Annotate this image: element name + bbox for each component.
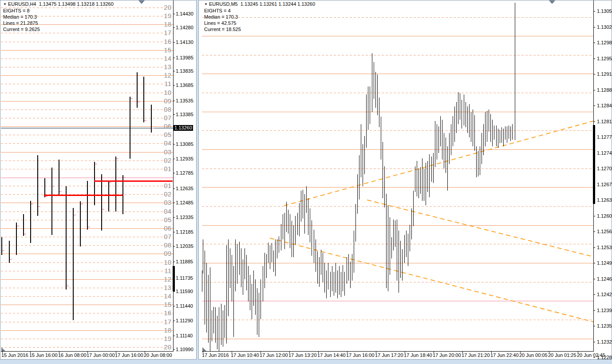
indicator-line-eights: EIGHTS = 8: [3, 8, 114, 14]
price-bar: [410, 225, 410, 251]
price-bar: [205, 250, 205, 325]
price-bar: [243, 259, 243, 295]
time-axis-tick: [2, 352, 3, 353]
chart-header-h4: ▼EURUSD,H4 1.13475 1.13498 1.13218 1.132…: [3, 1, 114, 32]
price-bar: [458, 92, 458, 124]
chart-shift-marker-icon[interactable]: [138, 0, 145, 4]
price-bar: [326, 270, 327, 298]
chart-header-m5: ▼EURUSD,M5 1.13245 1.13261 1.13244 1.132…: [204, 1, 315, 32]
price-axis-label: 1.12638: [597, 197, 612, 203]
price-bar: [344, 272, 345, 296]
price-bar: [230, 248, 230, 288]
price-bar: [246, 255, 247, 290]
price-bar: [226, 245, 227, 344]
price-axis-label: 1.12358: [597, 323, 612, 329]
price-bar: [257, 288, 257, 335]
price-bar: [480, 146, 480, 175]
price-axis-label: 1.12848: [597, 103, 612, 108]
price-axis-tick: [173, 217, 175, 218]
price-bar: [492, 120, 493, 146]
eighths-gridline: [1, 50, 173, 51]
price-bar: [255, 279, 256, 315]
price-bar: [336, 263, 336, 293]
close-tick: [31, 204, 33, 204]
price-bar: [323, 253, 323, 282]
close-tick: [144, 120, 146, 121]
close-tick: [95, 164, 97, 164]
price-bar: [279, 236, 279, 253]
eighths-gridline: [1, 245, 173, 246]
chart-shift-marker-icon[interactable]: [549, 0, 555, 4]
price-bar: [355, 204, 356, 242]
eighths-gridline: [1, 339, 173, 339]
price-bar: [263, 266, 263, 301]
price-bar: [301, 191, 301, 222]
price-bar: [420, 167, 421, 194]
time-axis-label: 17 Jun 21:20: [462, 352, 490, 358]
price-axis-label: 1.13058: [597, 8, 612, 14]
price-axis-label: 1.12813: [597, 119, 612, 124]
price-bar: [210, 267, 210, 351]
close-tick: [152, 128, 154, 129]
indicator-line-median: Median = 170.3: [3, 14, 114, 20]
close-tick: [123, 177, 126, 178]
price-bar: [312, 220, 312, 256]
price-bar: [386, 194, 387, 288]
price-axis-label: 1.13023: [597, 24, 612, 30]
price-bar: [286, 202, 287, 232]
price-bar: [215, 307, 216, 343]
price-bar: [352, 254, 352, 281]
eighths-gridline: [1, 271, 173, 271]
price-bar: [399, 231, 399, 293]
price-axis-label: 1.14280: [176, 25, 193, 30]
price-bar: [248, 266, 249, 301]
price-bar: [372, 53, 372, 112]
price-bar: [438, 126, 439, 153]
price-axis-tick: [173, 246, 175, 247]
time-axis-tick: [434, 352, 434, 353]
price-axis-tick: [593, 27, 595, 27]
price-bar: [283, 214, 283, 239]
eighths-gridline: [1, 75, 173, 76]
price-bar: [415, 166, 415, 192]
red-level-line[interactable]: [94, 180, 173, 182]
price-bar: [419, 168, 419, 198]
time-axis-label: 20 Jun 02:45: [577, 352, 605, 358]
ohlc-values: 1.13245 1.13261 1.13244 1.13260: [241, 1, 315, 7]
vertical-line-object[interactable]: [515, 3, 515, 140]
eighths-gridline: [1, 93, 173, 93]
eighths-gridline: [1, 254, 173, 254]
eighths-gridline: [1, 313, 173, 313]
red-level-line[interactable]: [44, 195, 123, 196]
price-bar: [431, 157, 432, 182]
eighths-gridline: [1, 152, 173, 153]
price-bar: [460, 93, 460, 120]
close-tick: [10, 259, 12, 260]
price-bar: [343, 265, 343, 291]
price-bar: [444, 133, 444, 168]
price-bar: [507, 126, 507, 143]
price-axis-tick: [173, 336, 175, 336]
price-bar: [505, 126, 505, 140]
price-bar: [235, 239, 236, 291]
eighths-gridline: [1, 84, 173, 84]
eighths-gridline: [1, 305, 173, 305]
price-bar: [442, 120, 442, 160]
price-axis-label: 1.12883: [597, 87, 612, 93]
symbol-marker-icon: ▼: [204, 2, 208, 6]
price-bar: [447, 146, 448, 191]
price-bar: [408, 234, 408, 266]
close-tick: [138, 102, 140, 102]
price-bar: [379, 98, 379, 127]
price-axis-tick: [173, 203, 175, 203]
price-axis-label: 1.12035: [176, 243, 193, 249]
price-axis-tick: [593, 231, 595, 232]
price-bar: [268, 243, 268, 263]
median-gridline: [1, 177, 173, 178]
price-axis-label: 1.12603: [597, 213, 612, 219]
price-axis-tick: [593, 43, 595, 43]
price-axis-border: [173, 0, 174, 351]
axis-range-bar: [593, 125, 595, 204]
price-bar: [471, 112, 471, 142]
price-bar: [275, 239, 276, 276]
